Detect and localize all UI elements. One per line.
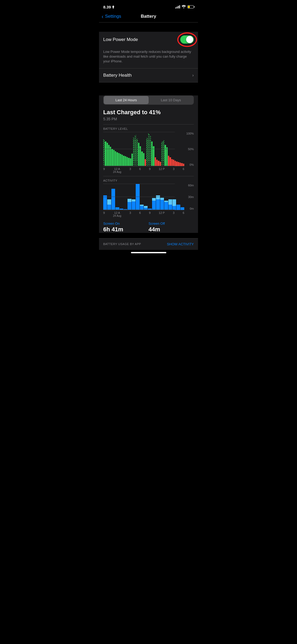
battery-chart-y-axis: 100% 50% 0% (184, 132, 194, 166)
low-power-mode-toggle-wrapper (180, 35, 194, 44)
low-power-mode-toggle[interactable] (180, 35, 194, 44)
status-icons (175, 5, 194, 9)
time-display: 8.39 (103, 5, 111, 9)
screen-on-stat: Screen On 6h 41m (103, 222, 149, 233)
battery-level-chart (103, 132, 184, 166)
nav-bar: ‹ Settings Battery (99, 12, 198, 22)
chart-divider (103, 124, 194, 125)
screen-off-stat: Screen Off 44m (149, 222, 194, 233)
screen-on-label: Screen On (103, 222, 149, 226)
back-label: Settings (105, 14, 121, 19)
battery-icon (187, 5, 194, 8)
activity-chart-x-labels: 9 12 A24 Aug 3 6 9 12 P 3 6 (103, 210, 194, 217)
last-charged-time: 5.35 PM (103, 117, 194, 121)
home-indicator[interactable] (99, 250, 198, 255)
activity-chart-y-axis: 60m 30m 0m (184, 184, 194, 210)
battery-health-label: Battery Health (103, 73, 132, 78)
low-power-mode-row: Low Power Mode (99, 32, 198, 47)
low-power-mode-section: Low Power Mode Low Power Mode temporaril… (99, 32, 198, 68)
toggle-knob (186, 36, 193, 43)
activity-divider (103, 176, 194, 176)
activity-chart-container: 60m 30m 0m 9 12 A24 Aug 3 6 9 12 P 3 6 (103, 184, 194, 217)
screen-off-value: 44m (149, 226, 194, 233)
footer-row: BATTERY USAGE BY APP SHOW ACTIVITY (99, 238, 198, 250)
back-chevron-icon: ‹ (102, 14, 103, 19)
screen-stats: Screen On 6h 41m Screen Off 44m (103, 222, 194, 233)
back-button[interactable]: ‹ Settings (102, 14, 121, 19)
signal-icon (175, 5, 180, 8)
page-title: Battery (141, 14, 156, 19)
screen-off-label: Screen Off (149, 222, 194, 226)
screen-on-value: 6h 41m (103, 226, 149, 233)
home-bar (131, 252, 166, 253)
low-power-mode-description: Low Power Mode temporarily reduces backg… (99, 47, 198, 68)
status-time: 8.39 (103, 5, 115, 9)
battery-chart-container: 100% 50% 0% 9 12 A24 Aug 3 6 9 12 P 3 6 (103, 132, 194, 173)
battery-chart-x-labels: 9 12 A24 Aug 3 6 9 12 P 3 6 (103, 166, 194, 173)
section-gap-2 (99, 82, 198, 92)
last-charged-title: Last Charged to 41% (103, 109, 194, 116)
wifi-icon (182, 5, 186, 9)
activity-chart-label: ACTIVITY (103, 179, 194, 182)
battery-usage-label: BATTERY USAGE BY APP (103, 242, 141, 246)
activity-chart (103, 184, 184, 210)
battery-chart-label: BATTERY LEVEL (103, 127, 194, 130)
battery-health-row[interactable]: Battery Health › (99, 68, 198, 82)
time-range-control[interactable]: Last 24 Hours Last 10 Days (103, 95, 194, 105)
chart-section: Last 24 Hours Last 10 Days Last Charged … (99, 95, 198, 233)
tab-last-10-days[interactable]: Last 10 Days (149, 96, 194, 104)
section-gap-1 (99, 22, 198, 32)
location-icon (112, 5, 115, 8)
low-power-mode-label: Low Power Mode (103, 37, 138, 42)
chevron-right-icon: › (192, 73, 194, 78)
status-bar: 8.39 (99, 0, 198, 12)
show-activity-button[interactable]: SHOW ACTIVITY (167, 242, 194, 246)
tab-last-24-hours[interactable]: Last 24 Hours (104, 96, 149, 104)
